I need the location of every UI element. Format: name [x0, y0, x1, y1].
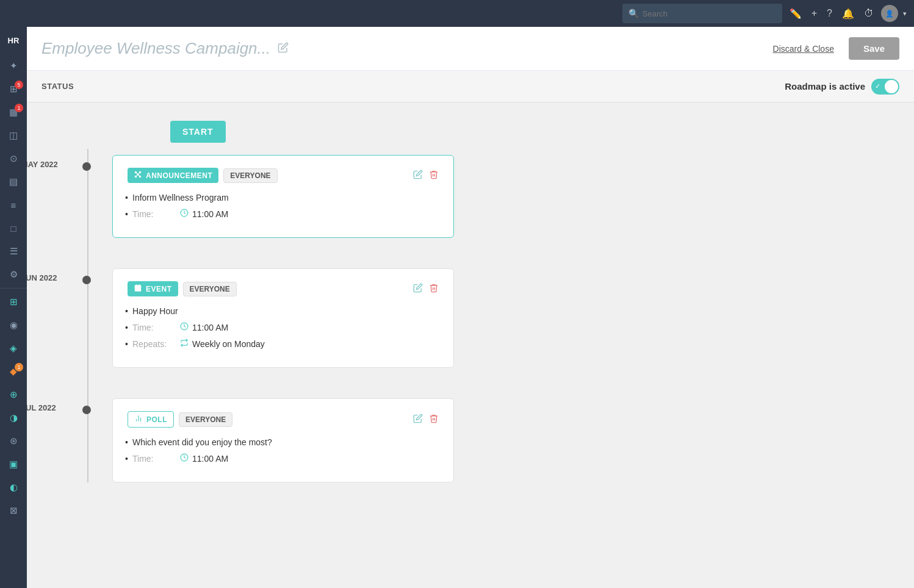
- event-icon: [134, 284, 142, 294]
- card-title-value-2: Happy Hour: [132, 306, 178, 316]
- sidebar-item-table[interactable]: ☰: [1, 240, 26, 262]
- time-icon-2: [180, 322, 189, 332]
- sidebar-item-b10[interactable]: ⊠: [1, 500, 26, 522]
- search-bar[interactable]: 🔍: [622, 4, 782, 23]
- time-value-1: 11:00 AM: [180, 209, 228, 219]
- b8-icon: ▣: [9, 459, 18, 470]
- repeats-label-2: Repeats:: [132, 339, 175, 349]
- card-edit-icon-2[interactable]: [413, 283, 423, 295]
- settings-icon: ⚙: [10, 269, 18, 280]
- chevron-down-icon[interactable]: ▾: [903, 10, 907, 18]
- save-button[interactable]: Save: [849, 37, 899, 60]
- card-edit-icon-3[interactable]: [413, 414, 423, 426]
- main-content: Employee Wellness Campaign... Discard & …: [27, 27, 914, 588]
- time-label-3: Time:: [132, 454, 175, 464]
- sidebar-item-items[interactable]: ⊞ 5: [1, 78, 26, 100]
- timeline-line: [87, 149, 88, 482]
- sidebar-item-grid[interactable]: ▦ 1: [1, 101, 26, 123]
- rows-icon: ☰: [10, 246, 18, 257]
- sidebar-item-layout[interactable]: ◫: [1, 124, 26, 146]
- title-edit-icon[interactable]: [278, 42, 289, 56]
- timeline-dot-3: [82, 406, 91, 414]
- card-edit-icon-1[interactable]: [413, 170, 423, 182]
- time-label-1: Time:: [132, 209, 175, 219]
- card-title-value-1: Inform Wellness Program: [132, 193, 229, 203]
- sidebar-item-dashboard[interactable]: ✦: [1, 55, 26, 77]
- sidebar-item-board[interactable]: □: [1, 217, 26, 239]
- roadmap-content: START 1 MAY 2022 ANNOUNCEMEN: [27, 102, 914, 588]
- b4-badge: 1: [15, 363, 23, 371]
- discard-close-button[interactable]: Discard & Close: [766, 39, 841, 59]
- board-icon: □: [10, 223, 16, 234]
- sidebar-item-b8[interactable]: ▣: [1, 453, 26, 475]
- roadmap-active-text: Roadmap is active: [785, 81, 865, 91]
- sidebar-item-b3[interactable]: ◈: [1, 337, 26, 359]
- card-bullet-title-1: Inform Wellness Program: [128, 193, 439, 203]
- status-bar: STATUS Roadmap is active ✓: [27, 71, 914, 102]
- bell-nav-icon[interactable]: 🔔: [840, 5, 857, 22]
- card-delete-icon-2[interactable]: [429, 283, 439, 295]
- sidebar-item-b5[interactable]: ⊕: [1, 384, 26, 406]
- start-area: START: [170, 121, 914, 143]
- repeat-icon-2: [180, 339, 189, 349]
- sidebar-item-b2[interactable]: ◉: [1, 314, 26, 336]
- roadmap-card-2: EVENT EVERYONE: [112, 268, 454, 368]
- poll-badge: POLL: [128, 411, 174, 428]
- time-icon-1: [180, 209, 189, 219]
- sidebar-section-bottom: ⊞ ◉ ◈ ◆ 1 ⊕ ◑ ⊛ ▣ ◐ ⊠: [0, 288, 27, 524]
- card-delete-icon-3[interactable]: [429, 414, 439, 426]
- page-title: Employee Wellness Campaign...: [41, 39, 270, 58]
- sidebar-item-b9[interactable]: ◐: [1, 476, 26, 498]
- card-body-1: Inform Wellness Program Time: 11:00 AM: [128, 193, 439, 219]
- b9-icon: ◐: [10, 482, 18, 493]
- timeline-item-1: 1 MAY 2022 ANNOUNCEMENT EVERYONE: [100, 149, 914, 238]
- repeats-value-2: Weekly on Monday: [180, 339, 265, 349]
- b1-icon: ⊞: [10, 296, 18, 307]
- card-badges-2: EVENT EVERYONE: [128, 281, 237, 296]
- event-label: EVENT: [146, 285, 172, 293]
- page-title-area: Employee Wellness Campaign...: [41, 39, 289, 58]
- sidebar-item-files[interactable]: ▤: [1, 171, 26, 193]
- timeline-dot-2: [82, 276, 91, 284]
- card-bullet-repeats-2: Repeats: Weekly on Monday: [128, 339, 439, 349]
- audience-badge-2: EVERYONE: [183, 282, 237, 296]
- b6-icon: ◑: [10, 412, 18, 423]
- sidebar-item-settings[interactable]: ⚙: [1, 264, 26, 285]
- time-value-2: 11:00 AM: [180, 322, 228, 332]
- card-delete-icon-1[interactable]: [429, 170, 439, 182]
- folder-icon: ▤: [9, 176, 18, 187]
- sidebar-item-b7[interactable]: ⊛: [1, 430, 26, 452]
- svg-rect-1: [135, 285, 142, 292]
- sidebar-item-b1[interactable]: ⊞: [1, 291, 26, 313]
- roadmap-card-3: POLL EVERYONE: [112, 398, 454, 482]
- card-badges-1: ANNOUNCEMENT EVERYONE: [128, 168, 278, 183]
- list-icon: ≡: [11, 200, 16, 210]
- toggle-knob: [885, 80, 898, 93]
- card-bullet-time-2: Time: 11:00 AM: [128, 322, 439, 332]
- start-button[interactable]: START: [170, 121, 226, 143]
- announcement-label: ANNOUNCEMENT: [146, 171, 212, 180]
- time-value-3: 11:00 AM: [180, 453, 228, 464]
- poll-icon: [134, 414, 143, 425]
- roadmap-toggle[interactable]: ✓: [871, 79, 899, 95]
- question-nav-icon[interactable]: ?: [824, 5, 835, 21]
- sidebar-item-list[interactable]: ≡: [1, 194, 26, 216]
- sidebar: HR ✦ ⊞ 5 ▦ 1 ◫ ⊙ ▤ ≡ □ ☰ ⚙ ⊞ ◉ ◈: [0, 0, 27, 588]
- card-badges-3: POLL EVERYONE: [128, 411, 232, 428]
- sidebar-item-b6[interactable]: ◑: [1, 407, 26, 429]
- event-badge: EVENT: [128, 281, 178, 296]
- search-icon: 🔍: [628, 9, 639, 18]
- sidebar-item-people[interactable]: ⊙: [1, 148, 26, 170]
- search-input[interactable]: [642, 9, 776, 18]
- avatar[interactable]: 👤: [881, 5, 898, 22]
- card-actions-1: [413, 170, 439, 182]
- pencil-nav-icon[interactable]: ✏️: [787, 5, 804, 22]
- sidebar-item-b4[interactable]: ◆ 1: [1, 360, 26, 382]
- hr-logo[interactable]: HR: [1, 27, 26, 54]
- time-label-2: Time:: [132, 323, 175, 332]
- plus-nav-icon[interactable]: +: [809, 5, 819, 21]
- timeline-dot-1: [82, 162, 91, 171]
- card-body-3: Which event did you enjoy the most? Time…: [128, 437, 439, 464]
- clock-nav-icon[interactable]: ⏱: [862, 5, 876, 21]
- top-nav: 🔍 ✏️ + ? 🔔 ⏱ 👤 ▾: [0, 0, 914, 27]
